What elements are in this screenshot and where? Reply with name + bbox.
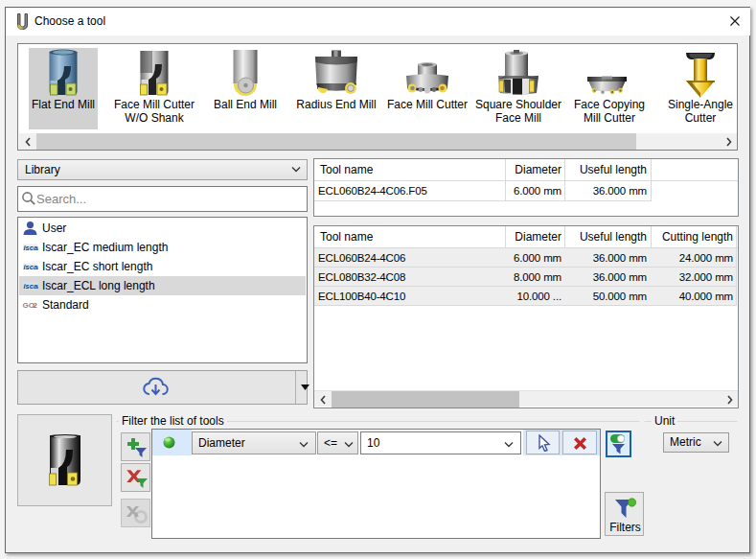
svg-text:2: 2 <box>34 301 38 310</box>
svg-text:iscar: iscar <box>24 263 39 271</box>
svg-text:iscar: iscar <box>24 244 39 252</box>
svg-text:iscar: iscar <box>24 282 39 291</box>
